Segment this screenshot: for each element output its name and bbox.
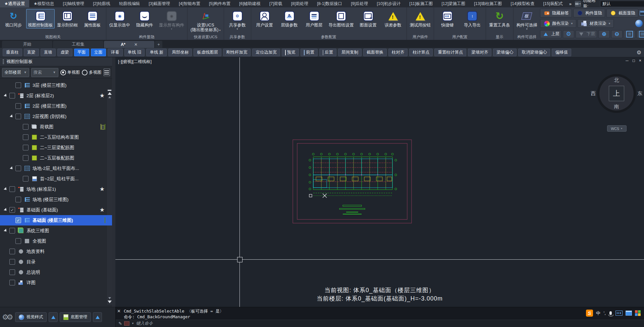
- tree-item[interactable]: 二~五层板配筋图: [0, 153, 112, 163]
- ribbon-tab-12[interactable]: [8-1]数据接口: [313, 0, 346, 7]
- new-tab-button[interactable]: +: [155, 41, 162, 48]
- toolbox-icon[interactable]: [626, 311, 632, 316]
- document-tab-1[interactable]: 开始: [2, 41, 52, 48]
- expand-arrow-icon[interactable]: [10, 114, 14, 118]
- toolbar-button-梁墙偏心[interactable]: 梁墙偏心: [493, 49, 517, 56]
- tree-checkbox[interactable]: [15, 103, 21, 109]
- button-构件显隐[interactable]: 构件显隐: [573, 9, 605, 17]
- tree-item[interactable]: 荷载图: [0, 122, 112, 132]
- toolbar-button-详看[interactable]: 详看: [108, 49, 123, 56]
- lang-chinese-icon[interactable]: 中: [596, 310, 601, 316]
- button-上层[interactable]: 上层: [540, 30, 561, 38]
- zoom-out[interactable]: ⊖: [611, 30, 623, 38]
- tree-checkbox[interactable]: [9, 93, 15, 99]
- ribbon-tab-8[interactable]: [5]构件布置: [205, 0, 235, 7]
- ribbon-button[interactable]: 用户设置: [253, 9, 277, 28]
- scroll-bottom-icon[interactable]: [108, 301, 112, 303]
- layer-settings-gear[interactable]: ⚙: [563, 30, 574, 38]
- zoom-in[interactable]: ⊕: [598, 30, 610, 38]
- visual-style-up-button[interactable]: [49, 312, 58, 322]
- scroll-down-icon[interactable]: [108, 297, 111, 299]
- ribbon-tab-9[interactable]: [6]辅助建模: [235, 0, 265, 7]
- toolbar-button-单线 旧[interactable]: 单线 旧: [124, 49, 145, 56]
- ribbon-button[interactable]: 快捷键: [435, 9, 460, 28]
- ribbon-tab-10[interactable]: [7]荷载: [265, 0, 287, 7]
- toolbar-button-单线 新[interactable]: 单线 新: [146, 49, 167, 56]
- tree-checkbox[interactable]: [15, 114, 21, 119]
- panel-title-bar[interactable]: 视图控制面板: [0, 57, 112, 66]
- dropdown-arrow-icon[interactable]: ▾: [171, 28, 172, 30]
- ribbon-tab-3[interactable]: [1]轴线管理: [58, 0, 89, 7]
- screen-icon[interactable]: [640, 9, 644, 17]
- tree-item[interactable]: 2层 (楼层三维图): [0, 101, 112, 111]
- favorite-star-icon[interactable]: ★: [100, 92, 105, 99]
- document-tab-3[interactable]: A*✕: [104, 41, 154, 48]
- toolbar-button-前置[interactable]: 前置: [301, 49, 318, 56]
- tree-checkbox[interactable]: ✓: [9, 207, 15, 213]
- toolbar-button-垂直柱[interactable]: 垂直柱: [3, 49, 22, 56]
- toolbar-button-立面[interactable]: 立面: [91, 49, 106, 56]
- expand-arrow-icon[interactable]: [4, 208, 8, 212]
- dropdown-arrow-icon[interactable]: ▼: [571, 22, 573, 25]
- tree-item[interactable]: 3层 (楼层三维图): [0, 80, 112, 90]
- tree-item[interactable]: 二~三层梁配筋图: [0, 142, 112, 153]
- command-input[interactable]: 键入命令: [136, 321, 153, 326]
- ribbon-tab-13[interactable]: [9]后处理: [346, 0, 372, 7]
- tree-checkbox[interactable]: ✓: [15, 217, 21, 223]
- close-icon[interactable]: ×: [639, 58, 641, 63]
- tree-checkbox[interactable]: [9, 280, 15, 285]
- tree-checkbox[interactable]: [23, 124, 29, 130]
- compass-west[interactable]: 西: [591, 90, 596, 97]
- ribbon-tab-16[interactable]: [12]梁施工图: [437, 0, 470, 7]
- tree-checkbox[interactable]: [9, 186, 15, 192]
- toolbar-button-后置[interactable]: 后置: [319, 49, 336, 56]
- visual-style-button[interactable]: 视觉样式: [15, 312, 47, 322]
- base-map-button[interactable]: 底图管理: [60, 312, 91, 322]
- ribbon-button[interactable]: !误差参数: [381, 9, 405, 28]
- tree-checkbox[interactable]: [9, 259, 15, 265]
- ribbon-button[interactable]: 导出图纸设置: [327, 9, 356, 28]
- door-icon[interactable]: [101, 124, 101, 129]
- tree-item[interactable]: ✓基础面 (基础面)★: [0, 205, 112, 215]
- toolbar-button-预览[interactable]: 预览: [282, 49, 299, 56]
- layout-select[interactable]: 默认▼: [600, 1, 644, 7]
- tree-item[interactable]: 目录: [0, 257, 112, 267]
- toolbar-button-柱计算点[interactable]: 柱计算点: [409, 49, 433, 56]
- tree-item[interactable]: 地质资料: [0, 246, 112, 257]
- toolbar-button-梁墙对齐[interactable]: 梁墙对齐: [468, 49, 491, 56]
- tree-item[interactable]: 总说明: [0, 267, 112, 277]
- ribbon-button[interactable]: 图面设置: [356, 9, 380, 28]
- command-close-icon[interactable]: ✕: [117, 309, 121, 314]
- multi-view-radio[interactable]: 多视图: [82, 70, 102, 75]
- ribbon-tab-5[interactable]: 轮廓线编辑: [115, 0, 145, 7]
- ribbon-tab-11[interactable]: [8]前处理: [287, 0, 313, 7]
- sogou-input-icon[interactable]: S: [586, 310, 593, 317]
- ribbon-button[interactable]: ◉显示所有构件▾: [157, 9, 186, 31]
- single-view-radio[interactable]: 单视图: [60, 70, 80, 75]
- render-sphere-icon[interactable]: [635, 20, 643, 27]
- toolbar-button-偏移值[interactable]: 偏移值: [552, 49, 571, 56]
- tree-item[interactable]: 全视图: [0, 236, 112, 246]
- button-颜色渲染[interactable]: 颜色渲染▼: [540, 19, 576, 28]
- expand-arrow-icon[interactable]: [4, 228, 8, 233]
- minimize-icon[interactable]: ─: [626, 58, 629, 63]
- dropdown-arrow-icon[interactable]: ▾: [526, 28, 528, 30]
- expand-arrow-icon[interactable]: [4, 93, 8, 97]
- tree-checkbox[interactable]: [23, 145, 29, 150]
- microphone-icon[interactable]: [609, 311, 612, 315]
- ribbon-tab-15[interactable]: [11]板施工图: [405, 0, 437, 7]
- tree-checkbox[interactable]: [15, 166, 21, 171]
- toolbar-button-重置柱计算点[interactable]: 重置柱计算点: [434, 49, 466, 56]
- panel-menu-icon[interactable]: [104, 69, 110, 76]
- ribbon-button[interactable]: ↻视口同步: [1, 9, 25, 28]
- app-grid-icon[interactable]: [635, 310, 641, 316]
- tree-item[interactable]: 详图: [0, 277, 112, 288]
- search-dropdown[interactable]: 搜索▼: [31, 68, 58, 77]
- toolbar-button-直梁[interactable]: 直梁: [24, 49, 39, 56]
- toolbar-button-刚性杆加宽[interactable]: 刚性杆加宽: [223, 49, 251, 56]
- compass-top-face[interactable]: 上: [609, 86, 624, 101]
- tree-item[interactable]: 2层视图 (剖切框): [0, 111, 112, 122]
- button-材质渲染[interactable]: 材质渲染▼: [578, 19, 614, 28]
- tree-item[interactable]: 场地 (标准层1)★: [0, 184, 112, 194]
- tree-checkbox[interactable]: [15, 238, 21, 244]
